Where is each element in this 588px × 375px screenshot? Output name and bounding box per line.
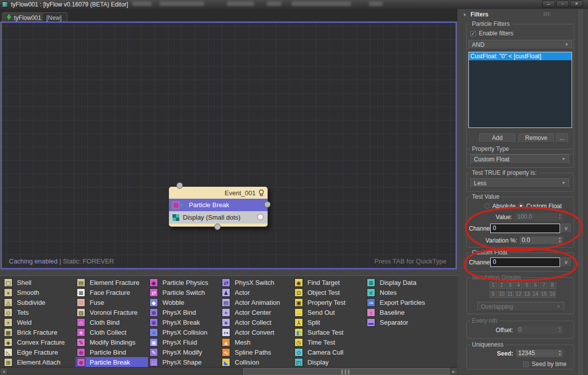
horizontal-scrollbar[interactable]: ◄ ► ▌▌▌ bbox=[0, 367, 457, 375]
scroll-left-icon[interactable]: ◄ bbox=[0, 368, 7, 375]
rollout-collapse-icon[interactable]: ▼ bbox=[462, 12, 467, 17]
maximize-button[interactable]: ▫ bbox=[556, 0, 569, 7]
test-true-dropdown[interactable]: Less ▼ bbox=[470, 178, 569, 188]
operator-display-data[interactable]: ≣Display Data bbox=[366, 277, 438, 287]
operator-physx-switch[interactable]: ⇄PhysX Switch bbox=[221, 277, 293, 287]
operator-spline-paths[interactable]: ∿Spline Paths bbox=[221, 347, 293, 357]
physx-bind-icon: ⊕ bbox=[149, 308, 158, 317]
operator-brick-fracture[interactable]: ▦Brick Fracture bbox=[3, 327, 75, 337]
variation-spinner[interactable]: 0.0 ▲▼ bbox=[519, 236, 564, 245]
operator-tets[interactable]: ◇Tets bbox=[3, 307, 75, 317]
operator-physx-bind[interactable]: ⊕PhysX Bind bbox=[148, 307, 221, 317]
operator-particle-physics[interactable]: ◉Particle Physics bbox=[148, 277, 221, 287]
operator-cloth-collect[interactable]: ∗Cloth Collect bbox=[76, 327, 148, 337]
operator-baseline[interactable]: ↕Baseline bbox=[366, 307, 438, 317]
operator-shell[interactable]: ▢Shell bbox=[3, 277, 75, 287]
property-type-dropdown[interactable]: Custom Float ▼ bbox=[470, 154, 569, 164]
event-node[interactable]: Event_001 ⊡ Particle Break Display (Smal… bbox=[168, 186, 268, 227]
operator-object-test[interactable]: ⊡Object Test bbox=[294, 287, 366, 297]
enable-filters-checkbox[interactable]: ✓ bbox=[470, 31, 476, 36]
tab-label: [New] bbox=[46, 14, 62, 21]
scroll-right-icon[interactable]: ► bbox=[450, 368, 457, 375]
operator-modify-bindings[interactable]: ✎Modify Bindings bbox=[76, 337, 148, 347]
custom-float-track-button[interactable]: v bbox=[562, 257, 571, 267]
event-node-header[interactable]: Event_001 bbox=[169, 187, 268, 199]
custom-float-radio[interactable] bbox=[518, 203, 524, 209]
seed-spinner[interactable]: 12345 ▲▼ bbox=[516, 349, 564, 358]
panel-vertical-scrollbar[interactable] bbox=[577, 9, 584, 375]
operator-physx-shape[interactable]: □PhysX Shape bbox=[148, 357, 221, 367]
operator-edge-fracture[interactable]: ◺Edge Fracture bbox=[3, 347, 75, 357]
operator-actor-convert[interactable]: ↦Actor Convert bbox=[221, 327, 293, 337]
tab-tyflow001[interactable]: tyFlow001 bbox=[2, 12, 47, 22]
operator-subdivide[interactable]: △Subdivide bbox=[3, 297, 75, 307]
operator-particle-break[interactable]: ⊗Particle Break bbox=[76, 357, 148, 367]
filters-rollout-header[interactable]: ▼ Filters bbox=[462, 11, 488, 18]
operator-element-attach[interactable]: ⊞Element Attach bbox=[3, 357, 75, 367]
operator-send-out[interactable]: →Send Out bbox=[294, 307, 366, 317]
event-bottom-socket[interactable] bbox=[214, 224, 221, 230]
scrollbar-thumb[interactable]: ▌▌▌ bbox=[243, 368, 449, 375]
operator-particle-switch[interactable]: ⇄Particle Switch bbox=[148, 287, 221, 297]
operator-find-target[interactable]: ◉Find Target bbox=[294, 277, 366, 287]
operator-collision[interactable]: ◣Collision bbox=[221, 357, 293, 367]
custom-float-channel-input[interactable]: 0 bbox=[490, 257, 560, 267]
display-output-socket[interactable] bbox=[257, 214, 264, 220]
node-canvas[interactable]: Event_001 ⊡ Particle Break Display (Smal… bbox=[1, 22, 456, 269]
node-row-particle-break[interactable]: ⊡ Particle Break bbox=[169, 199, 268, 211]
title-bar[interactable]: tyFlow001 : [tyFlow v0.16079 (BETA) Edit… bbox=[0, 0, 588, 9]
operator-label: Cloth Bind bbox=[90, 319, 120, 326]
close-button[interactable]: × bbox=[570, 0, 583, 7]
panel-grip-icon[interactable] bbox=[543, 12, 550, 16]
operator-physx-collision[interactable]: ≈PhysX Collision bbox=[148, 327, 221, 337]
operator-fuse[interactable]: ∷Fuse bbox=[76, 297, 148, 307]
operator-display[interactable]: ◰Display bbox=[294, 357, 366, 367]
minimize-button[interactable]: – bbox=[542, 0, 555, 7]
channel-track-button[interactable]: v bbox=[562, 224, 571, 233]
window-title: tyFlow001 : [tyFlow v0.16079 (BETA) Edit… bbox=[11, 1, 128, 8]
absolute-radio[interactable] bbox=[484, 203, 490, 209]
operator-physx-break[interactable]: ⊗PhysX Break bbox=[148, 317, 221, 327]
operator-separator[interactable]: ▬Separator bbox=[366, 317, 438, 327]
operator-element-fracture[interactable]: ▤Element Fracture bbox=[76, 277, 148, 287]
filter-list-item[interactable]: CustFloat: "0" < [custFloat] bbox=[469, 52, 572, 60]
filter-list[interactable]: CustFloat: "0" < [custFloat] bbox=[468, 52, 572, 128]
operator-actor-collect[interactable]: ∗Actor Collect bbox=[221, 317, 293, 327]
operator-actor-animation[interactable]: ▤Actor Animation bbox=[221, 297, 293, 307]
more-options-button[interactable]: ... bbox=[556, 133, 568, 143]
seed-by-time-checkbox[interactable] bbox=[523, 362, 529, 367]
node-row-display[interactable]: Display (Small dots) bbox=[169, 211, 268, 224]
event-input-socket[interactable] bbox=[176, 182, 183, 189]
operator-mesh[interactable]: ▲Mesh bbox=[221, 337, 293, 347]
add-filter-button[interactable]: Add bbox=[479, 133, 515, 143]
operator-label: Edge Fracture bbox=[17, 349, 58, 356]
enable-filters-row[interactable]: ✓ Enable filters bbox=[470, 30, 513, 37]
operator-weld[interactable]: ×Weld bbox=[3, 317, 75, 327]
operator-cloth-bind[interactable]: ∩Cloth Bind bbox=[76, 317, 148, 327]
operator-convex-fracture[interactable]: ◈Convex Fracture bbox=[3, 337, 75, 347]
operator-export-particles[interactable]: ⇒Export Particles bbox=[366, 297, 438, 307]
operator-physx-fluid[interactable]: ▣PhysX Fluid bbox=[148, 337, 221, 347]
operator-actor[interactable]: ♟Actor bbox=[221, 287, 293, 297]
operator-actor-center[interactable]: +Actor Center bbox=[221, 307, 293, 317]
operator-voronoi-fracture[interactable]: ▨Voronoi Fracture bbox=[76, 307, 148, 317]
particle-break-output-socket[interactable] bbox=[264, 201, 271, 208]
operator-split[interactable]: ⅄Split bbox=[294, 317, 366, 327]
channel-input[interactable]: 0 bbox=[490, 224, 560, 233]
operator-face-fracture[interactable]: ⊠Face Fracture bbox=[76, 287, 148, 297]
operator-camera-cull[interactable]: ⊙Camera Cull bbox=[294, 347, 366, 357]
seed-by-time-row[interactable]: Seed by time bbox=[523, 361, 567, 368]
operator-time-test[interactable]: ◷Time Test bbox=[294, 337, 366, 347]
operator-surface-test[interactable]: ◧Surface Test bbox=[294, 327, 366, 337]
filter-combine-dropdown[interactable]: AND ▼ bbox=[468, 40, 572, 49]
lightbulb-icon[interactable] bbox=[258, 189, 265, 197]
operator-notes[interactable]: ≡Notes bbox=[366, 287, 438, 297]
remove-filter-button[interactable]: Remove bbox=[518, 133, 554, 143]
operator-particle-bind[interactable]: ⊕Particle Bind bbox=[76, 347, 148, 357]
operator-smooth[interactable]: ●Smooth bbox=[3, 287, 75, 297]
operator-property-test[interactable]: ▣Property Test bbox=[294, 297, 366, 307]
channel-label: Channel: bbox=[469, 259, 493, 266]
tab-new[interactable]: [New] bbox=[42, 12, 67, 22]
operator-wobble[interactable]: ◆Wobble bbox=[148, 297, 221, 307]
operator-physx-modify[interactable]: ✎PhysX Modify bbox=[148, 347, 221, 357]
